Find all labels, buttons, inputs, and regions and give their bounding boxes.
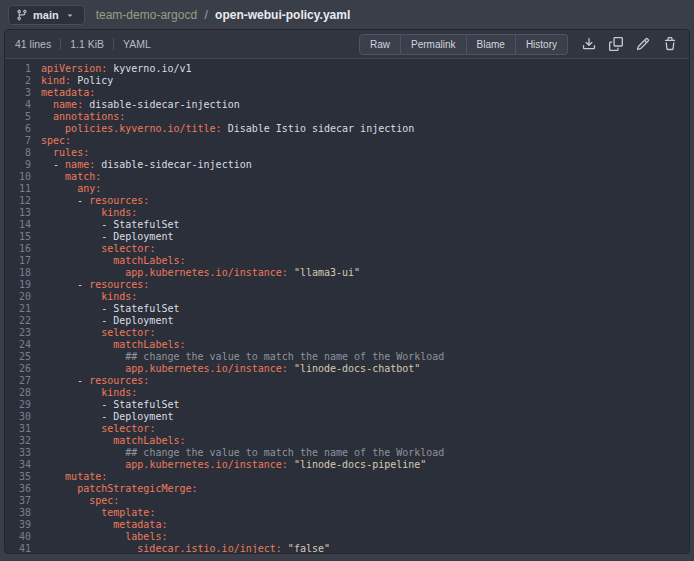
code-token-plain: disable-sidecar-injection [95, 159, 252, 170]
code-token-string: "linode-docs-chatbot" [294, 363, 420, 374]
line-number[interactable]: 24 [5, 339, 31, 351]
line-number[interactable]: 38 [5, 507, 31, 519]
download-icon[interactable] [582, 37, 596, 51]
line-number[interactable]: 23 [5, 327, 31, 339]
permalink-button[interactable]: Permalink [401, 34, 466, 55]
code-line: 40 labels: [5, 531, 689, 543]
line-number[interactable]: 39 [5, 519, 31, 531]
code-token-plain [41, 255, 113, 266]
line-number[interactable]: 20 [5, 291, 31, 303]
line-number[interactable]: 27 [5, 375, 31, 387]
edit-icon[interactable] [636, 37, 650, 51]
copy-icon[interactable] [609, 37, 623, 51]
code-line: 41 sidecar.istio.io/inject: "false" [5, 543, 689, 554]
git-branch-icon [16, 9, 28, 21]
code-line: 32 matchLabels: [5, 435, 689, 447]
line-number[interactable]: 29 [5, 399, 31, 411]
file-header-bar: 41 lines 1.1 KiB YAML Raw Permalink Blam… [5, 30, 689, 59]
line-number[interactable]: 5 [5, 111, 31, 123]
code-token-key: labels: [125, 531, 167, 542]
divider [60, 38, 61, 50]
code-token-plain [41, 459, 125, 470]
line-number[interactable]: 33 [5, 447, 31, 459]
code-line: 31 selector: [5, 423, 689, 435]
line-number[interactable]: 15 [5, 231, 31, 243]
line-number[interactable]: 7 [5, 135, 31, 147]
code-token-key: rules: [53, 147, 89, 158]
code-token-plain: kyverno.io/v1 [107, 63, 191, 74]
code-token-plain [41, 339, 113, 350]
line-number[interactable]: 26 [5, 363, 31, 375]
history-button[interactable]: History [516, 34, 568, 55]
line-number[interactable]: 13 [5, 207, 31, 219]
raw-button[interactable]: Raw [359, 34, 401, 55]
code-line: 25 ## change the value to match the name… [5, 351, 689, 363]
line-number[interactable]: 34 [5, 459, 31, 471]
line-number[interactable]: 35 [5, 471, 31, 483]
line-number[interactable]: 14 [5, 219, 31, 231]
line-number[interactable]: 16 [5, 243, 31, 255]
code-token-key: spec: [41, 135, 71, 146]
code-line: 35 mutate: [5, 471, 689, 483]
blame-button[interactable]: Blame [467, 34, 516, 55]
line-number[interactable]: 41 [5, 543, 31, 554]
code-line: 8 rules: [5, 147, 689, 159]
branch-selector[interactable]: main [8, 5, 85, 25]
line-number[interactable]: 18 [5, 267, 31, 279]
line-number[interactable]: 36 [5, 483, 31, 495]
code-line: 11 any: [5, 183, 689, 195]
line-number[interactable]: 3 [5, 87, 31, 99]
code-token-plain [41, 111, 53, 122]
line-number[interactable]: 19 [5, 279, 31, 291]
code-line: 39 metadata: [5, 519, 689, 531]
line-number[interactable]: 22 [5, 315, 31, 327]
code-token-key: matchLabels: [113, 255, 185, 266]
code-token-string: "linode-docs-pipeline" [294, 459, 426, 470]
code-token-key: name: [65, 159, 95, 170]
code-token-plain: - Deployment [41, 411, 173, 422]
code-token-plain: - [41, 375, 89, 386]
code-token-plain [41, 495, 89, 506]
line-number[interactable]: 17 [5, 255, 31, 267]
code-token-comment: ## change the value to match the name of… [125, 351, 444, 362]
line-number[interactable]: 37 [5, 495, 31, 507]
code-line: 12 - resources: [5, 195, 689, 207]
line-number[interactable]: 31 [5, 423, 31, 435]
line-number[interactable]: 12 [5, 195, 31, 207]
line-number[interactable]: 6 [5, 123, 31, 135]
code-token-key: resources: [89, 195, 149, 206]
line-number[interactable]: 28 [5, 387, 31, 399]
line-number[interactable]: 1 [5, 63, 31, 75]
code-token-plain: - [41, 159, 65, 170]
line-number[interactable]: 25 [5, 351, 31, 363]
line-number[interactable]: 2 [5, 75, 31, 87]
code-token-plain [41, 471, 65, 482]
code-token-key: app.kubernetes.io/instance: [125, 363, 288, 374]
code-line: 3metadata: [5, 87, 689, 99]
line-number[interactable]: 11 [5, 183, 31, 195]
line-number[interactable]: 32 [5, 435, 31, 447]
breadcrumb-repo-link[interactable]: team-demo-argocd [96, 8, 197, 22]
code-line: 14 - StatefulSet [5, 219, 689, 231]
code-token-key: annotations: [53, 111, 125, 122]
line-number[interactable]: 9 [5, 159, 31, 171]
code-line: 13 kinds: [5, 207, 689, 219]
delete-icon[interactable] [663, 37, 677, 51]
code-token-key: kinds: [101, 291, 137, 302]
line-number[interactable]: 30 [5, 411, 31, 423]
code-line: 4 name: disable-sidecar-injection [5, 99, 689, 111]
line-number[interactable]: 10 [5, 171, 31, 183]
line-number[interactable]: 8 [5, 147, 31, 159]
line-number[interactable]: 4 [5, 99, 31, 111]
line-number[interactable]: 21 [5, 303, 31, 315]
code-token-plain [41, 435, 113, 446]
code-line: 6 policies.kyverno.io/title: Disable Ist… [5, 123, 689, 135]
code-token-plain [41, 207, 101, 218]
line-number[interactable]: 40 [5, 531, 31, 543]
code-token-plain: - Deployment [41, 315, 173, 326]
code-line: 26 app.kubernetes.io/instance: "linode-d… [5, 363, 689, 375]
code-token-plain: - [41, 279, 89, 290]
code-lines: 1apiVersion: kyverno.io/v12kind: Policy3… [5, 59, 689, 554]
code-token-key: selector: [101, 423, 155, 434]
divider [113, 38, 114, 50]
